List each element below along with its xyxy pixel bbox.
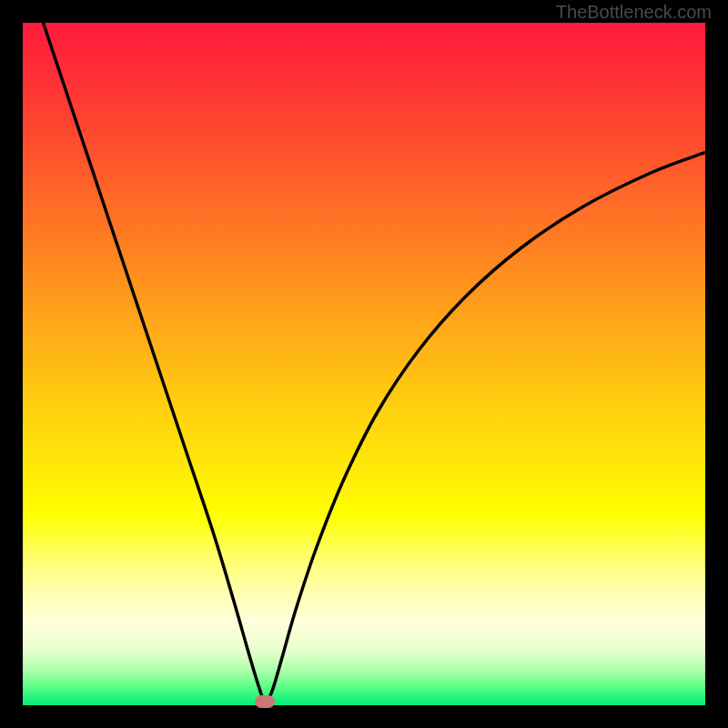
- curve-svg: [23, 23, 705, 705]
- chart-area: [23, 23, 705, 705]
- optimal-point-marker: [255, 695, 275, 708]
- watermark-text: TheBottleneck.com: [556, 2, 712, 23]
- bottleneck-curve: [44, 23, 706, 703]
